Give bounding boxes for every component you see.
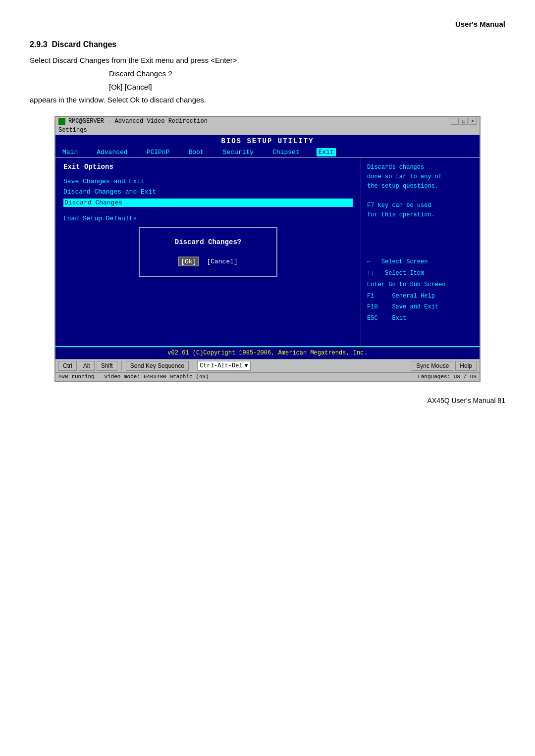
status-bar: AVR running - Video mode: 640x480 Graphi… [55,372,480,381]
section-intro: Select Discard Changes from the Exit men… [30,54,505,106]
menu-discard-changes-exit[interactable]: Discard Changes and Exit [63,188,353,196]
menu-save-changes-exit[interactable]: Save Changes and Exit [63,178,353,185]
toolbar-separator-1 [121,361,122,371]
key-sequence-dropdown[interactable]: Ctrl-Alt-Del ▼ [197,361,251,371]
bios-header-text: BIOS SETUP UTILITY [221,137,314,145]
nav-help-esc: ESC Exit [367,313,474,324]
bios-nav[interactable]: Main Advanced PCIPnP Boot Security Chips… [55,147,480,158]
nav-chipset[interactable]: Chipset [270,148,302,156]
nav-exit[interactable]: Exit [317,148,336,156]
titlebar-left: RMC@SERVER - Advanced Video Redirection [58,118,208,125]
menu-discard-changes[interactable]: Discard Changes [63,199,353,207]
toolbar-separator-2 [193,361,193,371]
dialog-label: Discard Changes ? [109,69,172,78]
nav-main[interactable]: Main [60,148,80,156]
page-footer: AX45Q User's Manual 81 [30,397,505,404]
right-nav-help: ← Select Screen ↑↓ Select Item Enter Go … [367,256,474,324]
bios-header: BIOS SETUP UTILITY [55,135,480,147]
section-name: Discard Changes [52,40,116,49]
exit-options-title: Exit Options [63,163,353,171]
dialog-ok-button[interactable]: [Ok] [178,257,199,266]
nav-help-enter: Enter Go to Sub Screen [367,279,474,291]
window-title: RMC@SERVER - Advanced Video Redirection [68,118,208,125]
bios-content: Exit Options Save Changes and Exit Disca… [55,158,480,346]
bios-footer: v02.61 (C)Copyright 1985-2006, American … [55,346,480,359]
window-icon [58,118,65,125]
menu-load-defaults[interactable]: Load Setup Defaults [63,215,353,222]
titlebar-buttons[interactable]: _ □ × [451,118,477,125]
help-line1: Discards changes [367,164,424,171]
dropdown-value: Ctrl-Alt-Del [200,362,242,369]
nav-advanced[interactable]: Advanced [95,148,129,156]
dialog-cancel-button[interactable]: [Cancel] [207,257,237,266]
bios-left-panel: Exit Options Save Changes and Exit Disca… [55,158,361,346]
bios-footer-text: v02.61 (C)Copyright 1985-2006, American … [167,350,367,356]
bios-window: RMC@SERVER - Advanced Video Redirection … [54,116,481,382]
after-text: appears in the window. Select Ok to disc… [30,96,206,104]
sync-mouse-button[interactable]: Sync Mouse [412,361,453,371]
window-titlebar: RMC@SERVER - Advanced Video Redirection … [55,117,480,126]
status-right: Languages: US / US [418,374,477,380]
nav-help-select-item: ↑↓ Select Item [367,268,474,279]
dialog-title: Discard Changes? [152,238,265,246]
send-key-button[interactable]: Send Key Sequence [126,361,189,371]
shift-button[interactable]: Shift [97,361,117,371]
intro-text: Select Discard Changes from the Exit men… [30,56,239,64]
footer-text: AX45Q User's Manual 81 [427,397,505,404]
section-number: 2.9.3 [30,40,48,49]
help-line3: the setup questions. [367,183,438,190]
dialog-action-buttons[interactable]: [Ok] [Cancel] [152,257,265,266]
nav-help-f10: F10 Save and Exit [367,302,474,313]
status-left: AVR running - Video mode: 640x480 Graphi… [58,374,209,380]
minimize-button[interactable]: _ [451,118,459,125]
section-title: 2.9.3 Discard Changes [30,40,505,49]
nav-boot[interactable]: Boot [186,148,206,156]
manual-header: User's Manual [30,20,505,28]
maximize-button[interactable]: □ [460,118,468,125]
dialog-buttons-text: [Ok] [Cancel] [109,83,152,91]
nav-security[interactable]: Security [221,148,256,156]
discard-dialog: Discard Changes? [Ok] [Cancel] [139,227,277,277]
settings-menu[interactable]: Settings [58,127,87,134]
nav-help-select-screen: ← Select Screen [367,256,474,268]
help-line5: F7 key can be used [367,202,431,209]
bios-right-panel: Discards changes done so far to any of t… [361,158,480,346]
dropdown-arrow-icon[interactable]: ▼ [245,362,248,369]
help-line2: done so far to any of [367,173,442,180]
header-title: User's Manual [455,20,505,28]
nav-help-f1: F1 General Help [367,291,474,302]
help-button[interactable]: Help [455,361,477,371]
help-line6: for this operation. [367,211,435,218]
nav-pcipnp[interactable]: PCIPnP [145,148,172,156]
close-button[interactable]: × [469,118,477,125]
window-menubar[interactable]: Settings [55,126,480,135]
right-help-text: Discards changes done so far to any of t… [367,163,474,220]
ctrl-button[interactable]: Ctrl [58,361,77,371]
alt-button[interactable]: Alt [79,361,95,371]
bottom-toolbar[interactable]: Ctrl Alt Shift Send Key Sequence Ctrl-Al… [55,359,480,372]
